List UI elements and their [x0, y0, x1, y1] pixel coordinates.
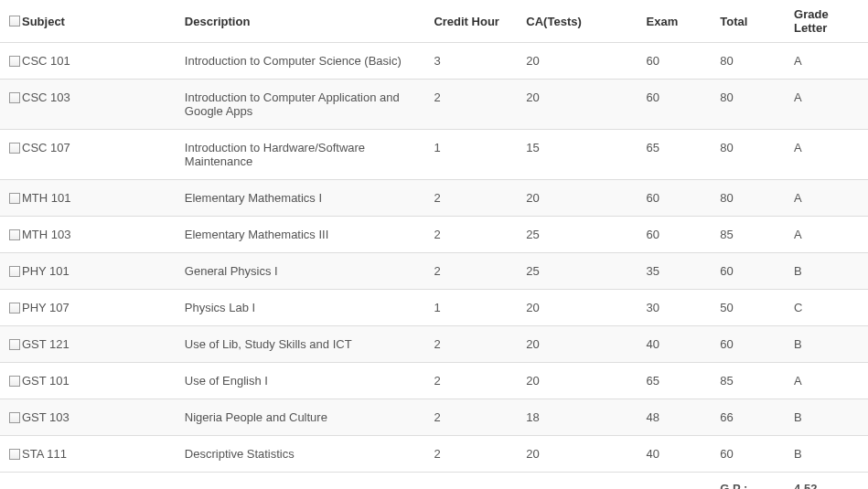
- header-subject: Subject: [22, 15, 65, 28]
- subject-description: Introduction to Hardware/Software Mainte…: [176, 130, 425, 180]
- total-score: 85: [711, 363, 785, 399]
- credit-hour: 2: [424, 80, 517, 130]
- header-credit-hour: Credit Hour: [424, 0, 517, 43]
- grade-letter: A: [785, 217, 868, 253]
- gp-value: 4.52: [785, 473, 868, 490]
- row-checkbox[interactable]: [9, 412, 20, 423]
- grade-letter: A: [785, 180, 868, 217]
- table-row: CSC 107 Introduction to Hardware/Softwar…: [0, 130, 868, 180]
- subject-description: Nigeria People and Culture: [176, 399, 425, 436]
- subject-description: Introduction to Computer Science (Basic): [176, 43, 425, 80]
- header-description: Description: [176, 0, 425, 43]
- select-all-checkbox[interactable]: [9, 16, 20, 27]
- subject-description: Physics Lab I: [176, 290, 425, 326]
- grade-letter: A: [785, 130, 868, 180]
- subject-description: Elementary Mathematics III: [176, 217, 425, 253]
- subject-description: Elementary Mathematics I: [176, 180, 425, 217]
- credit-hour: 2: [424, 217, 517, 253]
- credit-hour: 2: [424, 399, 517, 436]
- row-checkbox[interactable]: [9, 92, 20, 103]
- gp-row: G.P : 4.52: [0, 473, 868, 490]
- credit-hour: 1: [424, 130, 517, 180]
- subject-code: PHY 101: [22, 264, 70, 278]
- grade-letter: B: [785, 436, 868, 473]
- total-score: 80: [711, 43, 785, 80]
- ca-score: 25: [517, 217, 637, 253]
- grades-table: Subject Description Credit Hour CA(Tests…: [0, 0, 868, 489]
- row-checkbox[interactable]: [9, 193, 20, 204]
- subject-description: General Physics I: [176, 253, 425, 290]
- ca-score: 20: [517, 363, 637, 399]
- header-total: Total: [711, 0, 785, 43]
- subject-code: PHY 107: [22, 301, 70, 314]
- grade-letter: B: [785, 399, 868, 436]
- total-score: 66: [711, 399, 785, 436]
- grade-letter: A: [785, 43, 868, 80]
- ca-score: 20: [517, 326, 637, 363]
- subject-code: GST 101: [22, 374, 70, 388]
- ca-score: 20: [517, 290, 637, 326]
- header-ca: CA(Tests): [517, 0, 637, 43]
- total-score: 60: [711, 436, 785, 473]
- ca-score: 18: [517, 399, 637, 436]
- table-row: GST 101 Use of English I 2 20 65 85 A: [0, 363, 868, 399]
- grade-letter: A: [785, 80, 868, 130]
- credit-hour: 2: [424, 253, 517, 290]
- ca-score: 20: [517, 80, 637, 130]
- subject-code: MTH 103: [22, 228, 70, 241]
- row-checkbox[interactable]: [9, 229, 20, 240]
- row-checkbox[interactable]: [9, 303, 20, 314]
- subject-description: Descriptive Statistics: [176, 436, 425, 473]
- exam-score: 48: [638, 399, 712, 436]
- table-row: PHY 101 General Physics I 2 25 35 60 B: [0, 253, 868, 290]
- row-checkbox[interactable]: [9, 143, 20, 154]
- grade-letter: B: [785, 326, 868, 363]
- row-checkbox[interactable]: [9, 449, 20, 460]
- grade-letter: A: [785, 363, 868, 399]
- subject-description: Introduction to Computer Application and…: [176, 80, 425, 130]
- credit-hour: 2: [424, 436, 517, 473]
- subject-description: Use of English I: [176, 363, 425, 399]
- header-exam: Exam: [638, 0, 712, 43]
- total-score: 50: [711, 290, 785, 326]
- exam-score: 30: [638, 290, 712, 326]
- exam-score: 60: [638, 180, 712, 217]
- subject-code: CSC 103: [22, 90, 70, 104]
- subject-description: Use of Lib, Study Skills and ICT: [176, 326, 425, 363]
- ca-score: 20: [517, 43, 637, 80]
- row-checkbox[interactable]: [9, 56, 20, 67]
- row-checkbox[interactable]: [9, 376, 20, 387]
- ca-score: 25: [517, 253, 637, 290]
- exam-score: 65: [638, 130, 712, 180]
- exam-score: 40: [638, 326, 712, 363]
- subject-code: GST 121: [22, 337, 70, 351]
- table-row: MTH 101 Elementary Mathematics I 2 20 60…: [0, 180, 868, 217]
- subject-code: CSC 107: [22, 141, 70, 154]
- subject-code: CSC 101: [22, 54, 70, 68]
- row-checkbox[interactable]: [9, 339, 20, 350]
- subject-code: MTH 101: [22, 191, 70, 205]
- credit-hour: 2: [424, 326, 517, 363]
- table-row: PHY 107 Physics Lab I 1 20 30 50 C: [0, 290, 868, 326]
- total-score: 80: [711, 80, 785, 130]
- table-row: GST 121 Use of Lib, Study Skills and ICT…: [0, 326, 868, 363]
- ca-score: 20: [517, 180, 637, 217]
- table-row: MTH 103 Elementary Mathematics III 2 25 …: [0, 217, 868, 253]
- grade-letter: C: [785, 290, 868, 326]
- total-score: 80: [711, 130, 785, 180]
- ca-score: 20: [517, 436, 637, 473]
- table-row: GST 103 Nigeria People and Culture 2 18 …: [0, 399, 868, 436]
- exam-score: 60: [638, 43, 712, 80]
- table-row: CSC 103 Introduction to Computer Applica…: [0, 80, 868, 130]
- grade-letter: B: [785, 253, 868, 290]
- row-checkbox[interactable]: [9, 266, 20, 277]
- table-row: STA 111 Descriptive Statistics 2 20 40 6…: [0, 436, 868, 473]
- credit-hour: 3: [424, 43, 517, 80]
- exam-score: 35: [638, 253, 712, 290]
- total-score: 85: [711, 217, 785, 253]
- credit-hour: 2: [424, 363, 517, 399]
- subject-code: STA 111: [22, 447, 67, 461]
- exam-score: 60: [638, 80, 712, 130]
- total-score: 60: [711, 253, 785, 290]
- credit-hour: 1: [424, 290, 517, 326]
